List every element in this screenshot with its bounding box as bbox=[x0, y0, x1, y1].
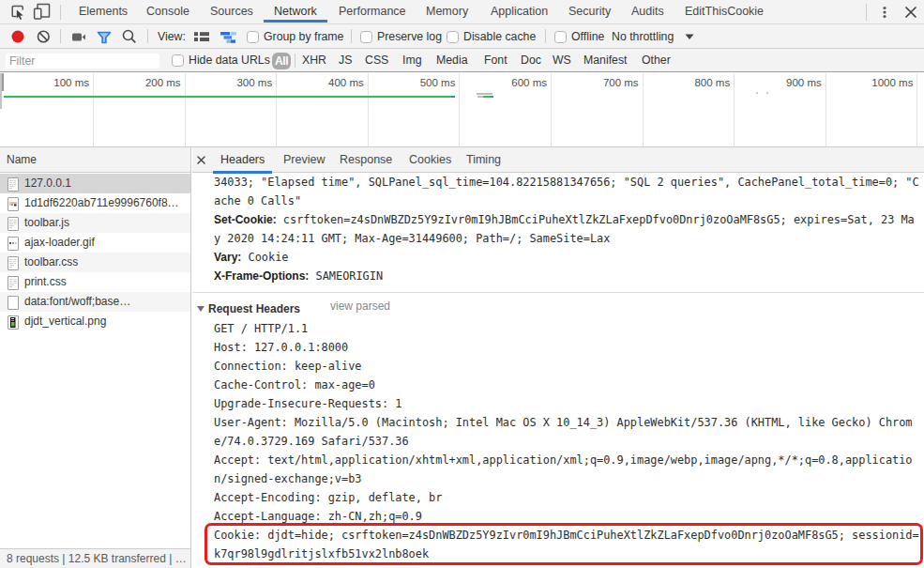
detail-tabbar: HeadersPreviewResponseCookiesTiming bbox=[192, 147, 924, 173]
offline-checkbox[interactable] bbox=[554, 31, 567, 43]
network-overview[interactable]: 100 ms200 ms300 ms400 ms500 ms600 ms700 … bbox=[0, 73, 924, 147]
request-name: 1d1df6220ab711e9996760f8… bbox=[24, 193, 179, 213]
devtools-main-tabbar: ElementsConsoleSourcesNetworkPerformance… bbox=[0, 0, 924, 24]
close-devtools-icon[interactable] bbox=[902, 0, 919, 24]
request-row-1d1df6220ab711e9996760f8-[interactable]: 1d1df6220ab711e9996760f8… bbox=[0, 193, 190, 213]
close-details-icon[interactable] bbox=[192, 147, 209, 173]
overview-bar bbox=[451, 96, 455, 98]
main-tab-audits[interactable]: Audits bbox=[631, 0, 664, 24]
network-summary-bar: 8 requests | 12.5 KB transferred | … bbox=[0, 548, 190, 568]
kebab-menu-icon[interactable] bbox=[877, 0, 892, 24]
main-tab-security[interactable]: Security bbox=[568, 0, 611, 24]
request-row-print.css[interactable]: print.css bbox=[0, 272, 190, 292]
request-header-line: e/74.0.3729.169 Safari/537.36 bbox=[214, 435, 409, 448]
timeline-tick-label: 400 ms bbox=[308, 77, 364, 88]
network-toolbar: View: Group by frame Preserve log Disabl… bbox=[0, 24, 924, 49]
request-row-data-font-woff-base-[interactable]: data:font/woff;base… bbox=[0, 292, 190, 312]
request-details-panel: HeadersPreviewResponseCookiesTiming 3403… bbox=[192, 147, 924, 568]
main-tab-elements[interactable]: Elements bbox=[79, 0, 128, 24]
header-name: Set-Cookie: bbox=[214, 213, 277, 226]
request-row-djdt-vertical.png[interactable]: djdt_vertical.png bbox=[0, 312, 190, 331]
request-header-line: User-Agent: Mozilla/5.0 (Macintosh; Inte… bbox=[214, 416, 913, 429]
request-row-toolbar.css[interactable]: toolbar.css bbox=[0, 253, 190, 272]
request-name: 127.0.0.1 bbox=[24, 174, 71, 193]
filter-type-media[interactable]: Media bbox=[436, 49, 468, 72]
filter-type-ws[interactable]: WS bbox=[553, 49, 571, 72]
filter-separator bbox=[295, 54, 295, 68]
filter-type-css[interactable]: CSS bbox=[365, 49, 388, 72]
request-header-line: Cache-Control: max-age=0 bbox=[214, 378, 375, 391]
filter-type-xhr[interactable]: XHR bbox=[302, 49, 326, 72]
menu-separator bbox=[866, 4, 867, 21]
name-column-header[interactable]: Name bbox=[0, 147, 190, 173]
request-row-toolbar.js[interactable]: toolbar.js bbox=[0, 213, 190, 233]
overview-bar bbox=[756, 92, 758, 94]
filter-type-other[interactable]: Other bbox=[642, 49, 671, 72]
detail-tab-timing[interactable]: Timing bbox=[466, 147, 501, 173]
preserve-log-checkbox[interactable] bbox=[360, 31, 372, 43]
request-name: ajax-loader.gif bbox=[24, 233, 95, 253]
devtools-window: ElementsConsoleSourcesNetworkPerformance… bbox=[0, 0, 924, 568]
throttling-dropdown-icon[interactable] bbox=[684, 24, 695, 49]
main-tab-network[interactable]: Network bbox=[274, 0, 317, 24]
filter-input[interactable] bbox=[6, 54, 159, 69]
timeline-tick-label: 100 ms bbox=[33, 77, 89, 88]
headers-pane: 34033; "Elapsed time", SQLPanel_sql_time… bbox=[192, 173, 924, 568]
timeline-gridline bbox=[916, 73, 917, 146]
view-parsed-link[interactable]: view parsed bbox=[330, 299, 390, 313]
search-icon[interactable] bbox=[121, 24, 138, 49]
request-header-line: Connection: keep-alive bbox=[214, 360, 362, 373]
clear-network-log-icon[interactable] bbox=[37, 24, 51, 49]
main-tab-performance[interactable]: Performance bbox=[339, 0, 406, 24]
overview-bar bbox=[4, 96, 452, 98]
overview-bar bbox=[491, 96, 493, 98]
filter-icon[interactable] bbox=[97, 24, 112, 49]
detail-tab-cookies[interactable]: Cookies bbox=[409, 147, 451, 173]
timeline-tick-label: 200 ms bbox=[125, 77, 181, 88]
hide-data-urls-checkbox[interactable] bbox=[172, 54, 184, 67]
record-network-log-icon[interactable] bbox=[10, 24, 25, 49]
main-tab-sources[interactable]: Sources bbox=[210, 0, 253, 24]
request-row-127.0.0.1[interactable]: 127.0.0.1 bbox=[0, 174, 190, 193]
group-by-frame-checkbox[interactable] bbox=[247, 31, 259, 43]
header-name: Vary: bbox=[214, 251, 241, 264]
main-tab-application[interactable]: Application bbox=[491, 0, 548, 24]
request-header-line: Accept-Language: zh-CN,zh;q=0.9 bbox=[214, 510, 422, 523]
request-name: toolbar.js bbox=[24, 213, 69, 233]
main-tab-memory[interactable]: Memory bbox=[426, 0, 468, 24]
request-header-line: n/signed-exchange;v=b3 bbox=[214, 472, 362, 485]
timeline-gridline bbox=[826, 73, 826, 146]
detail-tab-headers[interactable]: Headers bbox=[220, 147, 265, 173]
header-value: ache 0 Calls" bbox=[214, 194, 301, 207]
filter-type-font[interactable]: Font bbox=[484, 49, 507, 72]
filter-type-js[interactable]: JS bbox=[339, 49, 352, 72]
throttling-select[interactable]: No throttling bbox=[612, 24, 674, 49]
hide-data-urls-label: Hide data URLs bbox=[189, 49, 270, 72]
blank-icon bbox=[8, 296, 19, 310]
toolbar-separator-3 bbox=[351, 29, 352, 43]
filter-type-doc[interactable]: Doc bbox=[521, 49, 541, 72]
main-tab-console[interactable]: Console bbox=[146, 0, 189, 24]
detail-tab-preview[interactable]: Preview bbox=[283, 147, 325, 173]
header-value: 34033; "Elapsed time", SQLPanel_sql_time… bbox=[214, 176, 919, 189]
show-overview-icon[interactable] bbox=[220, 24, 237, 49]
timeline-gridline bbox=[185, 73, 186, 146]
image-loader-icon bbox=[8, 237, 19, 251]
response-header-line: ache 0 Calls" bbox=[214, 194, 301, 207]
request-name: djdt_vertical.png bbox=[24, 312, 106, 331]
timeline-tick-label: 800 ms bbox=[674, 77, 730, 88]
request-header-line: Accept-Encoding: gzip, deflate, br bbox=[214, 491, 442, 504]
document-icon bbox=[8, 177, 19, 192]
filter-type-img[interactable]: Img bbox=[402, 49, 422, 72]
use-small-rows-icon[interactable] bbox=[193, 24, 210, 49]
cookie-highlight-box bbox=[204, 523, 923, 565]
detail-tab-response[interactable]: Response bbox=[340, 147, 392, 173]
filter-type-manifest[interactable]: Manifest bbox=[583, 49, 627, 72]
capture-screenshots-icon[interactable] bbox=[71, 24, 86, 49]
request-row-ajax-loader.gif[interactable]: ajax-loader.gif bbox=[0, 233, 190, 253]
request-header-line: Host: 127.0.0.1:8000 bbox=[214, 341, 348, 354]
filter-type-all[interactable]: All bbox=[272, 53, 291, 69]
main-tab-editthiscookie[interactable]: EditThisCookie bbox=[685, 0, 764, 24]
disable-cache-checkbox[interactable] bbox=[447, 31, 459, 43]
request-headers-section[interactable]: Request Headers view parsed bbox=[197, 299, 300, 318]
